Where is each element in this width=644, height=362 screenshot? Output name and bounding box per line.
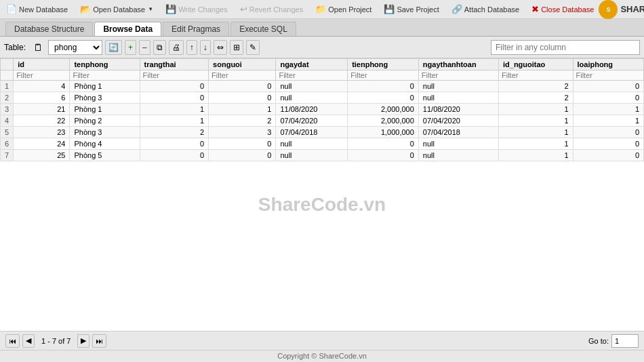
data-table-wrap[interactable]: id tenphong trangthai songuoi ngaydat ti…	[0, 58, 644, 331]
tab-edit-pragmas[interactable]: Edit Pragmas	[163, 22, 229, 36]
cell-loaiphong: 1	[573, 115, 643, 127]
nav-prev-button[interactable]: ◀	[22, 334, 35, 348]
attach-db-icon: 🔗	[451, 4, 462, 14]
nav-first-button[interactable]: ⏮	[5, 334, 20, 348]
col-tienphong[interactable]: tienphong	[348, 59, 419, 71]
column-filter-input[interactable]	[491, 40, 640, 55]
table-delete-btn[interactable]: –	[139, 40, 150, 55]
table-edit-btn[interactable]: ✎	[246, 40, 260, 55]
write-changes-button[interactable]: 💾 Write Changes	[162, 3, 231, 16]
revert-label: Revert Changes	[249, 5, 304, 14]
table-import-btn[interactable]: ↓	[200, 40, 211, 55]
cell-tienphong: 0	[348, 81, 419, 92]
goto-label: Go to:	[588, 337, 609, 345]
row-num: 4	[1, 115, 14, 127]
tab-execute-sql[interactable]: Execute SQL	[230, 22, 296, 36]
cell-id-nguoitao: 1	[499, 150, 573, 161]
cell-songuoi: 0	[209, 92, 276, 104]
filter-loaiphong[interactable]	[573, 71, 643, 80]
cell-id: 21	[14, 104, 70, 115]
tab-browse-data[interactable]: Browse Data	[94, 22, 161, 36]
filter-id[interactable]	[14, 71, 69, 80]
filter-tenphong[interactable]	[70, 71, 139, 80]
table-icon-btn[interactable]: 🗒	[31, 40, 45, 55]
cell-loaiphong: 0	[573, 81, 643, 92]
cell-tenphong: Phòng 1	[70, 81, 140, 92]
filter-trangthai[interactable]	[140, 71, 209, 80]
table-select[interactable]: phong	[48, 40, 102, 55]
save-project-button[interactable]: 💾 Save Project	[380, 3, 442, 16]
table-row[interactable]: 6 24 Phòng 4 0 0 null 0 null 1 0	[1, 138, 644, 150]
filter-songuoi[interactable]	[209, 71, 275, 80]
table-add-btn[interactable]: +	[125, 40, 136, 55]
cell-id: 25	[14, 150, 70, 161]
col-id[interactable]: id	[14, 59, 70, 71]
table-row[interactable]: 2 6 Phòng 3 0 0 null 0 null 2 0	[1, 92, 644, 104]
table-area: ShareCode.vn id tenphong trangthai songu…	[0, 58, 644, 331]
cell-id: 23	[14, 127, 70, 138]
row-num: 1	[1, 81, 14, 92]
open-project-button[interactable]: 📁 Open Project	[312, 3, 375, 16]
revert-icon: ↩	[240, 4, 247, 14]
filter-id-nguoitao[interactable]	[499, 71, 573, 80]
cell-songuoi: 0	[209, 81, 276, 92]
attach-db-label: Attach Database	[464, 5, 519, 14]
cell-tenphong: Phòng 3	[70, 92, 140, 104]
cell-ngaythanhtoan: 07/04/2020	[418, 115, 498, 127]
col-songuoi[interactable]: songuoi	[209, 59, 276, 71]
cell-id: 6	[14, 92, 70, 104]
footer-nav: ⏮ ◀ 1 - 7 of 7 ▶ ⏭ Go to:	[0, 331, 644, 350]
new-database-button[interactable]: 📄 New Database	[3, 3, 71, 16]
col-ngaydat[interactable]: ngaydat	[276, 59, 348, 71]
attach-database-button[interactable]: 🔗 Attach Database	[448, 3, 523, 16]
nav-next-button[interactable]: ▶	[77, 334, 89, 348]
table-copy-btn[interactable]: ⧉	[153, 40, 166, 55]
row-num: 2	[1, 92, 14, 104]
table-export-btn[interactable]: ↑	[186, 40, 197, 55]
table-row[interactable]: 7 25 Phòng 5 0 0 null 0 null 1 0	[1, 150, 644, 161]
cell-ngaythanhtoan: 07/04/2018	[418, 127, 498, 138]
col-loaiphong[interactable]: loaiphong	[573, 59, 643, 71]
cell-id: 22	[14, 115, 70, 127]
col-ngaythanhtoan[interactable]: ngaythanhtoan	[418, 59, 498, 71]
open-database-button[interactable]: 📂 Open Database ▼	[77, 3, 157, 16]
col-trangthai[interactable]: trangthai	[140, 59, 209, 71]
open-db-label: Open Database	[93, 5, 145, 14]
revert-changes-button[interactable]: ↩ Revert Changes	[237, 3, 307, 16]
cell-ngaydat: 07/04/2020	[276, 115, 348, 127]
filter-ngaythanhtoan[interactable]	[419, 71, 498, 80]
table-row[interactable]: 3 21 Phòng 1 1 1 11/08/2020 2,000,000 11…	[1, 104, 644, 115]
cell-songuoi: 0	[209, 150, 276, 161]
tab-bar: Database Structure Browse Data Edit Prag…	[0, 19, 644, 37]
col-tenphong[interactable]: tenphong	[70, 59, 140, 71]
table-row[interactable]: 5 23 Phòng 3 2 3 07/04/2018 1,000,000 07…	[1, 127, 644, 138]
cell-tenphong: Phòng 3	[70, 127, 140, 138]
table-header-bar: Table: 🗒 phong 🔄 + – ⧉ 🖨 ↑ ↓ ⇔ ⊞ ✎	[0, 37, 644, 58]
table-row[interactable]: 4 22 Phòng 2 1 2 07/04/2020 2,000,000 07…	[1, 115, 644, 127]
table-print-btn[interactable]: 🖨	[169, 40, 184, 55]
save-project-icon: 💾	[384, 4, 395, 14]
nav-last-button[interactable]: ⏭	[92, 334, 106, 348]
logo-circle: S	[599, 0, 618, 19]
filter-ngaydat[interactable]	[276, 71, 347, 80]
row-num: 6	[1, 138, 14, 150]
cell-ngaydat: null	[276, 138, 348, 150]
cell-loaiphong: 0	[573, 150, 643, 161]
table-row[interactable]: 1 4 Phòng 1 0 0 null 0 null 2 0	[1, 81, 644, 92]
col-id-nguoitao[interactable]: id_nguoitao	[499, 59, 573, 71]
table-view-btn[interactable]: ⊞	[230, 40, 243, 55]
cell-loaiphong: 0	[573, 92, 643, 104]
close-database-button[interactable]: ✖ Close Database	[528, 3, 597, 16]
write-changes-icon: 💾	[165, 4, 176, 14]
open-project-icon: 📁	[315, 4, 326, 14]
table-refresh-btn[interactable]: 🔄	[105, 40, 122, 55]
cell-trangthai: 1	[140, 104, 209, 115]
table-label: Table:	[4, 43, 26, 52]
tab-database-structure[interactable]: Database Structure	[5, 22, 93, 36]
col-rownum	[1, 59, 14, 71]
goto-input[interactable]	[611, 334, 639, 348]
save-project-label: Save Project	[397, 5, 439, 14]
filter-tienphong[interactable]	[348, 71, 418, 80]
table-filter-btn[interactable]: ⇔	[214, 40, 227, 55]
close-db-label: Close Database	[541, 5, 594, 14]
